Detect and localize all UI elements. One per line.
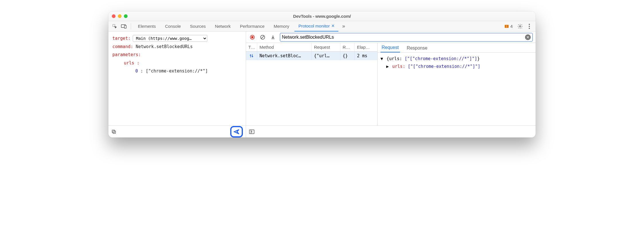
svg-rect-10 <box>113 131 116 133</box>
colon: : <box>140 68 146 74</box>
window-title: DevTools - www.google.com/ <box>108 14 536 19</box>
tab-protocol-monitor[interactable]: Protocol monitor × <box>294 21 339 32</box>
record-icon[interactable] <box>249 34 256 41</box>
tree-key: urls: <box>392 64 405 69</box>
parameters-label: parameters: <box>112 52 141 57</box>
table-header: T… Method Request R… Elap… <box>246 43 377 52</box>
svg-point-9 <box>529 28 530 29</box>
expand-icon[interactable]: ▼ <box>380 55 384 63</box>
protocol-main: T… Method Request R… Elap… Network.setBl… <box>246 43 536 125</box>
cell-elapsed: 2 ms <box>354 52 377 60</box>
col-response[interactable]: R… <box>340 43 354 51</box>
command-value[interactable]: Network.setBlockedURLs <box>136 44 193 49</box>
svg-line-15 <box>261 36 264 38</box>
filter-input[interactable] <box>282 35 523 40</box>
tab-network[interactable]: Network <box>211 21 235 32</box>
cell-request: {"url… <box>311 52 340 60</box>
tree-row-root[interactable]: ▼ {urls: ["["chrome-extension://*"]"]} <box>380 55 533 63</box>
titlebar: DevTools - www.google.com/ <box>108 11 536 21</box>
tree-val: ["["chrome-extension://*"]"] <box>408 64 480 69</box>
detail-tab-response[interactable]: Response <box>406 44 429 52</box>
detail-tab-request[interactable]: Request <box>380 43 400 52</box>
svg-point-7 <box>529 24 530 25</box>
warnings-badge[interactable]: 4 <box>504 24 513 29</box>
tab-performance[interactable]: Performance <box>236 21 269 32</box>
svg-rect-11 <box>112 130 115 133</box>
col-method[interactable]: Method <box>257 43 311 51</box>
tab-memory[interactable]: Memory <box>270 21 293 32</box>
col-elapsed[interactable]: Elap… <box>354 43 377 51</box>
more-tabs-icon[interactable]: » <box>339 22 348 30</box>
clear-filter-icon[interactable]: ✕ <box>525 34 531 40</box>
panel-body: target: Main (https://www.goog… command:… <box>108 32 536 137</box>
svg-rect-2 <box>124 25 126 28</box>
tab-protocol-monitor-label: Protocol monitor <box>298 23 330 28</box>
protocol-footer <box>246 125 536 137</box>
devtools-tabbar: Elements Console Sources Network Perform… <box>108 21 536 32</box>
detail-tabs: Request Response <box>378 43 536 53</box>
cell-response: {} <box>340 52 354 60</box>
param-urls-key[interactable]: urls : <box>124 60 139 66</box>
protocol-log-pane: ✕ T… Method Request R… Elap… <box>246 32 536 137</box>
warnings-count: 4 <box>510 24 513 29</box>
target-label: target: <box>112 34 130 43</box>
tab-console[interactable]: Console <box>161 21 185 32</box>
toggle-sidebar-icon[interactable] <box>249 129 255 134</box>
settings-icon[interactable] <box>516 22 524 30</box>
messages-table: T… Method Request R… Elap… Network.setBl… <box>246 43 378 125</box>
param-index-value[interactable]: ["chrome-extension://*"] <box>146 68 208 74</box>
device-toolbar-icon[interactable] <box>120 22 128 30</box>
tree-text: {urls: ["["chrome-extension://*"]"]} <box>387 56 480 61</box>
table-row[interactable]: Network.setBloc… {"url… {} 2 ms <box>246 52 377 60</box>
command-editor-footer <box>108 125 246 137</box>
command-editor-pane: target: Main (https://www.goog… command:… <box>108 32 246 137</box>
command-label: command: <box>112 44 133 49</box>
protocol-toolbar: ✕ <box>246 32 536 43</box>
send-command-button[interactable] <box>230 126 243 137</box>
svg-rect-13 <box>251 36 253 38</box>
tab-elements[interactable]: Elements <box>134 21 160 32</box>
svg-rect-4 <box>506 25 507 27</box>
svg-rect-5 <box>506 27 507 27</box>
command-editor: target: Main (https://www.goog… command:… <box>108 32 246 125</box>
clear-icon[interactable] <box>259 34 266 41</box>
col-type[interactable]: T… <box>246 43 257 51</box>
close-tab-icon[interactable]: × <box>331 23 335 29</box>
detail-body: ▼ {urls: ["["chrome-extension://*"]"]} ▶… <box>378 53 536 125</box>
filter-field[interactable]: ✕ <box>280 33 533 42</box>
target-select[interactable]: Main (https://www.goog… <box>133 35 207 42</box>
download-icon[interactable] <box>270 34 276 41</box>
param-index: 0 <box>135 68 138 74</box>
col-request[interactable]: Request <box>311 43 340 51</box>
inspect-icon[interactable] <box>111 22 119 30</box>
expand-icon[interactable]: ▶ <box>386 63 390 70</box>
copy-icon[interactable] <box>111 129 116 134</box>
tree-row-urls[interactable]: ▶ urls: ["["chrome-extension://*"]"] <box>380 63 533 70</box>
detail-pane: Request Response ▼ {urls: ["["chrome-ext… <box>378 43 536 125</box>
kebab-menu-icon[interactable] <box>525 22 533 30</box>
cell-method: Network.setBloc… <box>257 52 311 60</box>
svg-point-6 <box>520 25 521 27</box>
tab-sources[interactable]: Sources <box>186 21 210 32</box>
devtools-window: DevTools - www.google.com/ Elements Cons… <box>108 11 536 137</box>
divider <box>131 23 131 29</box>
svg-point-8 <box>529 26 530 27</box>
direction-icon <box>246 52 257 60</box>
